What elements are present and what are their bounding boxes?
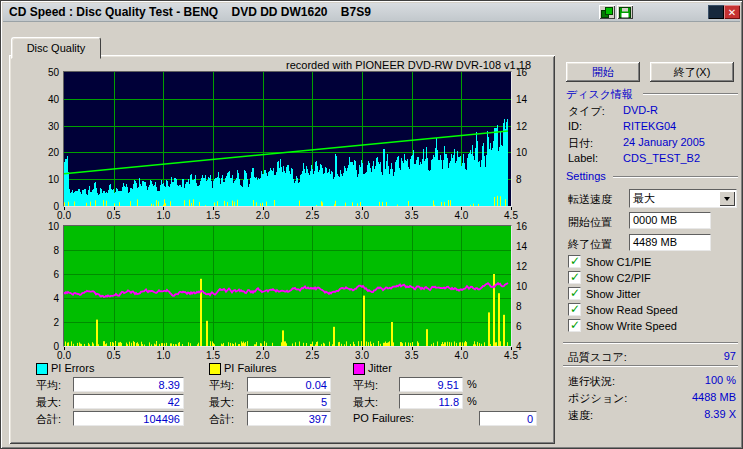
start-button[interactable]: 開始: [566, 62, 640, 82]
stat-label: 最大:: [353, 395, 378, 410]
axis-tick: [312, 347, 313, 350]
chart1-x-label: 2.5: [297, 210, 327, 221]
stat-value: 42: [73, 394, 184, 409]
stat-label: 平均:: [209, 378, 234, 393]
stat-value: 11.8: [399, 394, 463, 409]
stat-value: 0: [479, 411, 537, 426]
stat-label: 平均:: [353, 378, 378, 393]
chart1-x-label: 1.5: [198, 210, 228, 221]
checkbox-label: Show Read Speed: [586, 304, 678, 316]
axis-tick: [412, 207, 413, 210]
chart2-x-label: 3.5: [397, 350, 427, 361]
quality-score-label: 品質スコア:: [568, 350, 627, 365]
end-position-label: 終了位置: [568, 237, 612, 252]
stat-label: PO Failures:: [353, 412, 414, 424]
chart2-y-right-label: 14: [516, 241, 527, 252]
stat-value: 0.04: [247, 377, 331, 392]
chart1-y-right-label: 8: [516, 174, 522, 185]
chart1-y-left-label: 30: [33, 121, 59, 132]
disc-info-value: CDS_TEST_B2: [623, 152, 700, 164]
jitter-chart: [63, 225, 512, 347]
disc-info-divider: [643, 93, 738, 95]
axis-tick: [511, 207, 512, 210]
chart1-y-left-label: 50: [33, 67, 59, 78]
axis-tick: [64, 347, 65, 350]
close-button[interactable]: ✕: [724, 5, 740, 19]
disc-info-value: DVD-R: [623, 104, 658, 116]
chart1-y-right-label: 10: [516, 147, 527, 158]
stat-value: 9.51: [399, 377, 463, 392]
chart1-x-label: 0.0: [49, 210, 79, 221]
axis-tick: [461, 207, 462, 210]
tab-disc-quality[interactable]: Disc Quality: [11, 37, 101, 59]
checkbox-label: Show C1/PIE: [586, 256, 651, 268]
axis-tick: [163, 347, 164, 350]
chart1-x-label: 1.0: [148, 210, 178, 221]
tab-label: Disc Quality: [27, 42, 86, 54]
stat-unit: %: [467, 378, 477, 390]
transfer-speed-value: 最大: [630, 191, 719, 206]
transfer-speed-select[interactable]: 最大: [629, 189, 737, 208]
axis-tick: [412, 347, 413, 350]
legend-swatch-jitter: [353, 363, 365, 375]
status-label: 進行状況:: [568, 374, 615, 389]
chart2-y-right-label: 12: [516, 261, 527, 272]
axis-tick: [213, 207, 214, 210]
checkbox-show-read-speed[interactable]: ✓: [568, 303, 581, 316]
chart1-x-label: 4.5: [496, 210, 526, 221]
stat-label: 合計:: [36, 412, 61, 427]
transfer-speed-label: 転送速度: [568, 192, 612, 207]
disc-info-value: RITEKG04: [623, 120, 676, 132]
chart1-y-left-label: 20: [33, 147, 59, 158]
chart2-y-left-label: 4: [33, 293, 59, 304]
minimize-button[interactable]: [708, 5, 724, 19]
pi-errors-chart: [63, 71, 512, 207]
quality-score-value: 97: [656, 350, 736, 362]
stat-value: 5: [247, 394, 331, 409]
save-icon: [619, 7, 631, 18]
axis-tick: [64, 207, 65, 210]
checkbox-label: Show C2/PIF: [586, 272, 651, 284]
checkbox-show-c2-pif[interactable]: ✓: [568, 271, 581, 284]
chart2-y-left-label: 2: [33, 317, 59, 328]
disc-info-value: 24 January 2005: [623, 136, 705, 148]
legend-swatch-pi-failures: [209, 363, 221, 375]
dropdown-button[interactable]: [719, 191, 735, 206]
chart2-x-label: 4.5: [496, 350, 526, 361]
settings-header: Settings: [566, 170, 606, 182]
legend-label: PI Errors: [51, 362, 94, 374]
checkmark-icon: ✓: [570, 254, 580, 268]
axis-tick: [312, 207, 313, 210]
chart2-x-label: 1.5: [198, 350, 228, 361]
checkbox-show-jitter[interactable]: ✓: [568, 287, 581, 300]
divider: [563, 365, 738, 367]
axis-tick: [213, 347, 214, 350]
settings-divider: [613, 176, 738, 178]
checkmark-icon: ✓: [570, 286, 580, 300]
legend-swatch-pi-errors: [36, 363, 48, 375]
stat-label: 合計:: [209, 412, 234, 427]
chart2-x-label: 1.0: [148, 350, 178, 361]
status-value: 100 %: [636, 374, 736, 386]
chart2-y-left-label: 6: [33, 269, 59, 280]
end-position-input[interactable]: 4489 MB: [629, 234, 711, 251]
save-graph-icon-button[interactable]: [617, 5, 633, 19]
chart1-y-right-label: 14: [516, 94, 527, 105]
chart1-x-label: 0.5: [99, 210, 129, 221]
chart2-x-label: 0.5: [99, 350, 129, 361]
copy-graph-icon-button[interactable]: [599, 5, 615, 19]
stat-unit: %: [467, 395, 477, 407]
stat-value: 397: [247, 411, 331, 426]
start-position-input[interactable]: 0000 MB: [629, 212, 711, 229]
checkmark-icon: ✓: [570, 318, 580, 332]
axis-tick: [362, 207, 363, 210]
axis-tick: [114, 207, 115, 210]
close-icon: ✕: [728, 7, 736, 18]
app-window: CD Speed : Disc Quality Test - BENQ DVD …: [0, 0, 743, 449]
checkbox-show-c1-pie[interactable]: ✓: [568, 255, 581, 268]
checkbox-show-write-speed[interactable]: ✓: [568, 319, 581, 332]
exit-button[interactable]: 終了(X): [650, 62, 734, 82]
checkmark-icon: ✓: [570, 270, 580, 284]
chart2-y-right-label: 6: [516, 321, 522, 332]
axis-tick: [114, 347, 115, 350]
